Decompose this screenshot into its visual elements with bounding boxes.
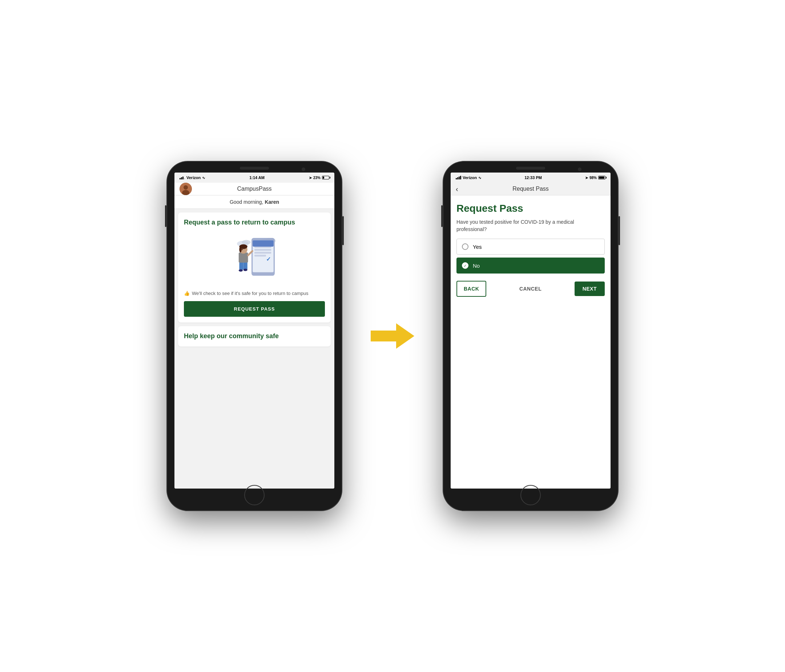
community-title: Help keep our community safe xyxy=(184,332,325,340)
phone-2-camera xyxy=(578,167,582,171)
signal-bar-2-2 xyxy=(457,177,458,179)
action-buttons: BACK CANCEL NEXT xyxy=(457,281,605,297)
battery-fill xyxy=(323,176,324,179)
greeting-bar: Good morning, Karen xyxy=(174,195,335,209)
signal-bar-2-1 xyxy=(456,178,457,179)
radio-option-no[interactable]: ✓ No xyxy=(457,257,605,273)
signal-bars-2 xyxy=(456,176,461,179)
svg-point-18 xyxy=(239,270,243,272)
location-icon-2: ➤ xyxy=(585,176,588,180)
phone-1-camera xyxy=(302,167,305,171)
svg-point-1 xyxy=(183,185,188,190)
signal-bar-1 xyxy=(180,178,181,179)
request-pass-button[interactable]: REQUEST PASS xyxy=(184,301,325,317)
signal-bar-4 xyxy=(184,178,185,179)
svg-rect-13 xyxy=(254,255,266,257)
check-text-label: We'll check to see if it's safe for you … xyxy=(192,291,308,296)
svg-rect-11 xyxy=(254,249,271,251)
signal-bars xyxy=(180,176,185,179)
signal-bar-3 xyxy=(183,176,183,179)
community-card: Help keep our community safe xyxy=(178,326,331,346)
phone-2-screen: Verizon ∿ 12:33 PM ➤ 98% ‹ Request Pass xyxy=(450,173,611,488)
svg-point-6 xyxy=(242,240,251,245)
question-text: Have you tested positive for COVID-19 by… xyxy=(457,219,605,233)
radio-label-yes: Yes xyxy=(473,244,482,250)
next-button[interactable]: NEXT xyxy=(575,282,605,296)
request-pass-card: Request a pass to return to campus xyxy=(178,212,331,323)
radio-circle-yes xyxy=(462,243,468,250)
status-left: Verizon ∿ xyxy=(180,175,205,180)
signal-bar-2-3 xyxy=(459,176,460,179)
card-title: Request a pass to return to campus xyxy=(184,218,325,227)
phone-2-speaker xyxy=(516,167,545,170)
svg-marker-26 xyxy=(371,323,414,349)
svg-text:✓: ✓ xyxy=(266,256,271,262)
arrow-svg xyxy=(371,321,414,351)
screen-content: Request a pass to return to campus xyxy=(174,209,335,488)
app-title: CampusPass xyxy=(237,186,272,192)
status-left-2: Verizon ∿ xyxy=(456,175,481,180)
wifi-icon: ∿ xyxy=(202,176,205,180)
radio-circle-no: ✓ xyxy=(462,262,468,269)
scene: Verizon ∿ 1:14 AM ➤ 23% xyxy=(0,0,785,672)
nav-title-2: Request Pass xyxy=(456,186,605,192)
phone-1-top-bar xyxy=(167,162,342,170)
back-chevron[interactable]: ‹ xyxy=(456,185,458,193)
right-arrow xyxy=(371,321,414,351)
check-text: 👍 We'll check to see if it's safe for yo… xyxy=(184,291,325,296)
signal-bar-2-4 xyxy=(460,176,461,179)
battery-percent: 23% xyxy=(313,176,321,180)
carrier-name: Verizon xyxy=(186,175,201,180)
location-icon: ➤ xyxy=(309,176,312,180)
phone-1-speaker xyxy=(240,167,269,170)
radio-label-no: No xyxy=(473,263,480,269)
phone-1-home-button[interactable] xyxy=(244,485,264,505)
greeting-name: Karen xyxy=(264,199,279,205)
svg-rect-14 xyxy=(253,240,274,247)
request-heading: Request Pass xyxy=(457,203,605,214)
battery-fill-2 xyxy=(599,176,604,179)
battery-percent-2: 98% xyxy=(590,176,597,180)
request-pass-screen: Request Pass Have you tested positive fo… xyxy=(450,195,611,488)
clock: 1:14 AM xyxy=(249,175,264,180)
phone-2-status-bar: Verizon ∿ 12:33 PM ➤ 98% xyxy=(450,173,611,183)
phone-1-navbar: CampusPass xyxy=(174,183,335,195)
phone-1-status-bar: Verizon ∿ 1:14 AM ➤ 23% xyxy=(174,173,335,183)
phone-2-home-button[interactable] xyxy=(521,485,541,505)
back-button[interactable]: BACK xyxy=(457,281,486,297)
phone-2-navbar: ‹ Request Pass xyxy=(450,183,611,195)
phone-1: Verizon ∿ 1:14 AM ➤ 23% xyxy=(167,162,342,510)
phone-1-screen: Verizon ∿ 1:14 AM ➤ 23% xyxy=(174,173,335,488)
battery-icon xyxy=(322,176,329,179)
illustration: ✓ xyxy=(225,231,283,285)
svg-point-19 xyxy=(244,269,247,271)
phone-2-top-bar xyxy=(443,162,618,170)
status-right: ➤ 23% xyxy=(309,176,329,180)
wifi-icon-2: ∿ xyxy=(478,176,481,180)
phone-2: Verizon ∿ 12:33 PM ➤ 98% ‹ Request Pass xyxy=(443,162,618,510)
radio-option-yes[interactable]: Yes xyxy=(457,239,605,255)
svg-rect-20 xyxy=(239,253,248,263)
svg-point-24 xyxy=(239,246,241,253)
svg-rect-12 xyxy=(254,252,271,254)
status-right-2: ➤ 98% xyxy=(585,176,605,180)
greeting-text: Good morning, xyxy=(230,199,265,205)
carrier-name-2: Verizon xyxy=(463,175,477,180)
clock-2: 12:33 PM xyxy=(524,175,542,180)
signal-bar-2 xyxy=(181,177,182,179)
avatar xyxy=(180,183,192,195)
svg-point-25 xyxy=(242,249,243,250)
thumbs-up-icon: 👍 xyxy=(184,291,190,296)
check-mark: ✓ xyxy=(464,264,467,268)
battery-icon-2 xyxy=(598,176,605,179)
arrow-container xyxy=(371,321,414,351)
cancel-button[interactable]: CANCEL xyxy=(491,286,570,292)
